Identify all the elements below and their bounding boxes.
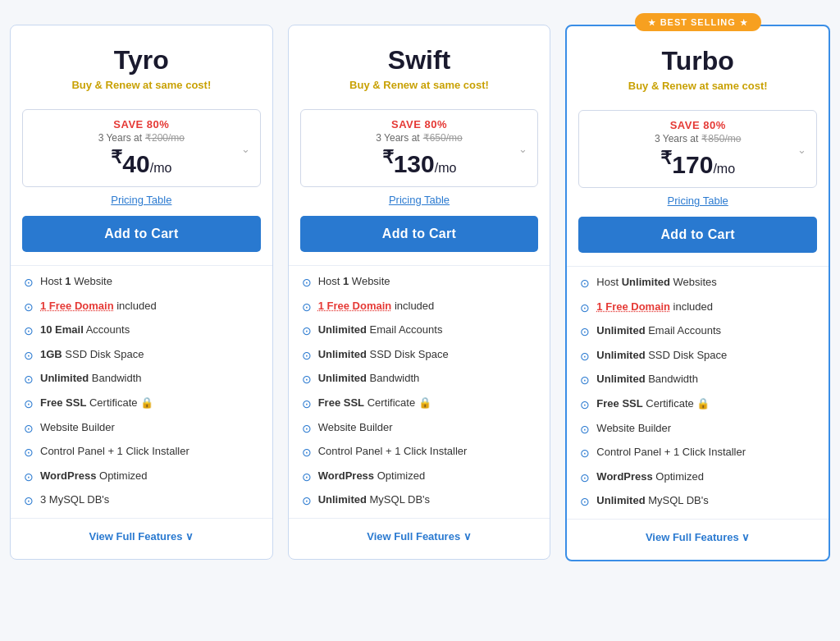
feature-item: ⊙ Control Panel + 1 Click Installer: [24, 444, 259, 461]
feature-bold: WordPress: [40, 469, 96, 482]
feature-dot-icon: ⊙: [302, 348, 312, 364]
feature-text: 1 Free Domain included: [596, 300, 713, 314]
feature-text: Control Panel + 1 Click Installer: [596, 445, 746, 460]
feature-dot-icon: ⊙: [24, 421, 34, 437]
divider-bottom: [289, 518, 550, 519]
feature-text: WordPress Optimized: [318, 469, 426, 483]
feature-item: ⊙ Unlimited Email Accounts: [580, 323, 815, 341]
feature-text: Unlimited Bandwidth: [318, 371, 420, 386]
add-to-cart-button[interactable]: Add to Cart: [578, 217, 817, 253]
plan-name: Turbo: [580, 46, 815, 76]
feature-dot-icon: ⊙: [580, 324, 590, 341]
per-mo-label: /mo: [150, 161, 172, 175]
feature-text: Website Builder: [318, 420, 393, 435]
feature-text: Unlimited Email Accounts: [318, 323, 443, 337]
feature-bold: WordPress: [596, 470, 652, 483]
add-to-cart-button[interactable]: Add to Cart: [22, 216, 261, 252]
feature-dot-icon: ⊙: [580, 422, 590, 438]
pricing-table-link[interactable]: Pricing Table: [11, 194, 272, 206]
feature-text: 1 Free Domain included: [40, 299, 157, 314]
feature-item: ⊙ Website Builder: [302, 420, 537, 437]
feature-text: Host 1 Website: [40, 274, 112, 289]
feature-dot-icon: ⊙: [24, 275, 34, 291]
plan-card-swift: Swift Buy & Renew at same cost! SAVE 80%…: [288, 25, 551, 560]
feature-item: ⊙ Free SSL Certificate 🔒: [302, 396, 537, 413]
original-price: ₹650/mo: [423, 132, 463, 144]
save-label: SAVE 80%: [34, 118, 249, 130]
plan-header: Tyro Buy & Renew at same cost!: [11, 25, 272, 109]
rupee-symbol: ₹: [382, 147, 394, 167]
feature-dot-icon: ⊙: [580, 470, 590, 487]
feature-bold: Unlimited: [622, 276, 670, 288]
feature-dot-icon: ⊙: [580, 276, 590, 292]
feature-dot-icon: ⊙: [580, 494, 590, 511]
price-box[interactable]: SAVE 80% 3 Years at ₹850/mo ₹170/mo ⌄: [578, 110, 817, 188]
features-list: ⊙ Host 1 Website ⊙ 1 Free Domain include…: [11, 274, 272, 510]
feature-bold: Unlimited: [318, 348, 367, 360]
price-box[interactable]: SAVE 80% 3 Years at ₹200/mo ₹40/mo ⌄: [22, 109, 261, 187]
feature-bold: Free SSL: [596, 397, 642, 410]
feature-bold: Unlimited: [596, 324, 645, 337]
add-to-cart-button[interactable]: Add to Cart: [300, 216, 539, 252]
dropdown-arrow-icon[interactable]: ⌄: [518, 142, 527, 154]
feature-item: ⊙ Free SSL Certificate 🔒: [580, 396, 815, 414]
feature-text: Website Builder: [40, 420, 115, 435]
feature-item: ⊙ Unlimited SSD Disk Space: [302, 347, 537, 364]
rupee-symbol: ₹: [660, 148, 672, 168]
feature-dot-icon: ⊙: [24, 493, 34, 510]
feature-item: ⊙ 1 Free Domain included: [24, 299, 259, 316]
feature-item: ⊙ 1GB SSD Disk Space: [24, 347, 259, 364]
original-price: ₹850/mo: [701, 133, 741, 144]
best-selling-badge: ★ BEST SELLING ★: [635, 13, 761, 31]
feature-item: ⊙ Free SSL Certificate 🔒: [24, 396, 259, 413]
dropdown-arrow-icon[interactable]: ⌄: [241, 142, 250, 154]
best-selling-label: BEST SELLING: [660, 17, 736, 27]
view-full-features-link[interactable]: View Full Features ∨: [289, 530, 550, 543]
feature-text: Unlimited MySQL DB's: [596, 493, 708, 508]
per-mo-label: /mo: [435, 161, 457, 175]
feature-dot-icon: ⊙: [580, 397, 590, 414]
feature-item: ⊙ Control Panel + 1 Click Installer: [302, 444, 537, 461]
feature-item: ⊙ Unlimited Bandwidth: [302, 371, 537, 388]
feature-text: Free SSL Certificate 🔒: [318, 396, 431, 410]
feature-text: Host 1 Website: [318, 274, 390, 289]
feature-text: WordPress Optimized: [40, 469, 148, 483]
free-domain-text: 1 Free Domain: [40, 300, 114, 312]
feature-bold: 1GB: [40, 348, 62, 360]
features-list: ⊙ Host Unlimited Websites ⊙ 1 Free Domai…: [567, 275, 829, 511]
feature-dot-icon: ⊙: [302, 469, 312, 486]
feature-item: ⊙ Host 1 Website: [24, 274, 259, 291]
feature-item: ⊙ WordPress Optimized: [24, 469, 259, 486]
current-price: ₹40/mo: [34, 147, 249, 178]
free-domain-text: 1 Free Domain: [318, 300, 392, 312]
star-right-icon: ★: [740, 18, 748, 27]
feature-item: ⊙ Host 1 Website: [302, 274, 537, 291]
view-full-features-link[interactable]: View Full Features ∨: [567, 531, 829, 543]
pricing-table-link[interactable]: Pricing Table: [289, 194, 550, 206]
dropdown-arrow-icon[interactable]: ⌄: [797, 143, 806, 155]
feature-bold: Unlimited: [596, 373, 645, 385]
feature-bold: 10 Email: [40, 323, 84, 336]
feature-item: ⊙ Unlimited Email Accounts: [302, 323, 537, 340]
feature-text: WordPress Optimized: [596, 469, 704, 484]
feature-item: ⊙ Host Unlimited Websites: [580, 275, 815, 292]
years-text: 3 Years at: [98, 132, 142, 144]
pricing-table-link[interactable]: Pricing Table: [567, 195, 829, 207]
feature-item: ⊙ WordPress Optimized: [580, 469, 815, 487]
plan-tagline: Buy & Renew at same cost!: [580, 80, 815, 92]
feature-bold: Unlimited: [318, 493, 367, 506]
feature-text: Host Unlimited Websites: [596, 275, 716, 290]
free-domain-text: 1 Free Domain: [596, 300, 670, 313]
feature-bold: Unlimited: [318, 372, 367, 384]
price-box[interactable]: SAVE 80% 3 Years at ₹650/mo ₹130/mo ⌄: [300, 109, 539, 187]
feature-text: Control Panel + 1 Click Installer: [40, 444, 189, 459]
view-full-features-link[interactable]: View Full Features ∨: [11, 530, 272, 543]
save-label: SAVE 80%: [313, 118, 527, 130]
divider: [567, 266, 829, 267]
feature-item: ⊙ Control Panel + 1 Click Installer: [580, 445, 815, 462]
save-label: SAVE 80%: [591, 119, 805, 131]
feature-item: ⊙ 3 MySQL DB's: [24, 492, 259, 510]
feature-dot-icon: ⊙: [302, 396, 312, 413]
feature-text: 1 Free Domain included: [318, 299, 435, 314]
feature-dot-icon: ⊙: [580, 373, 590, 389]
